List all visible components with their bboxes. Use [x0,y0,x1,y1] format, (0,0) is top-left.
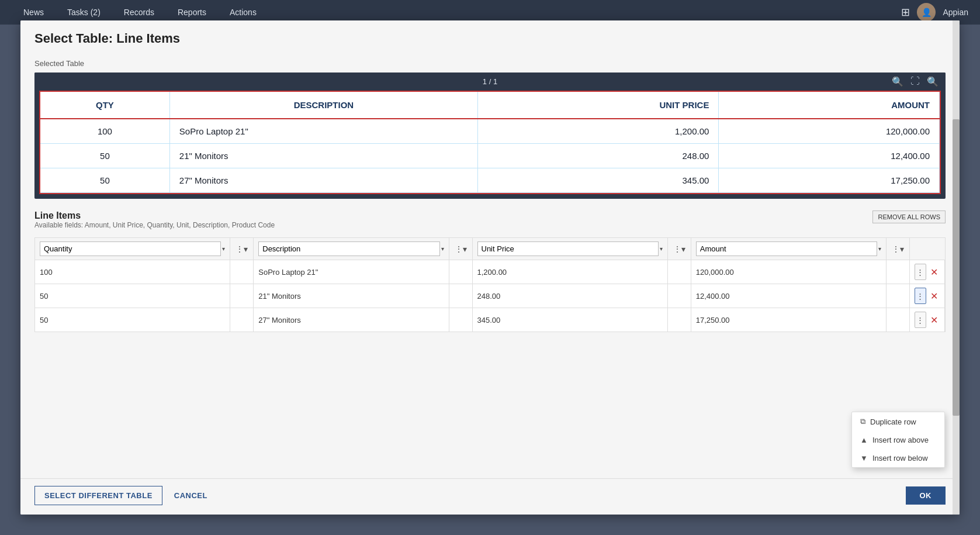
ok-button[interactable]: OK [906,486,946,505]
modal-dialog: Select Table: Line Items Selected Table … [20,20,960,515]
cell-desc-3 [254,308,449,332]
input-qty-2[interactable] [40,292,225,301]
input-qty-1[interactable] [40,268,225,277]
preview-col-amount: AMOUNT [719,92,940,119]
line-items-title: Line Items [34,210,275,221]
remove-all-rows-button[interactable]: REMOVE ALL ROWS [872,210,946,223]
input-price-1[interactable] [477,268,663,277]
table-preview-header: 1 / 1 🔍 ⛶ 🔍 [34,73,946,91]
col-header-qty: Quantity ▾ [35,238,230,260]
col-header-price: Unit Price ▾ [473,238,668,260]
cell-qty-1 [35,260,230,284]
input-amount-1[interactable] [696,268,881,277]
table-preview: 1 / 1 🔍 ⛶ 🔍 QTY DESCRIPTION UNIT PRICE A… [34,73,946,199]
table-row: 50 27" Monitors 345.00 17,250.00 [40,168,940,193]
row-delete-button-1[interactable]: ✕ [929,264,940,280]
row-delete-button-3[interactable]: ✕ [929,312,940,328]
cell-config-2a [230,284,254,308]
input-qty-3[interactable] [40,316,225,325]
col-config-btn-amount[interactable]: ⋮▾ [886,238,910,260]
line-items-grid: Quantity ▾ ⋮▾ Description ▾ ⋮▾ Unit Pric… [34,237,946,332]
row-options-button-3[interactable]: ⋮ [915,312,926,328]
row-options-button-1[interactable]: ⋮ [915,264,926,280]
grid-icon[interactable]: ⊞ [901,6,910,19]
modal-scrollbar[interactable] [953,20,960,515]
col-dropdown-arrow-price: ▾ [660,246,663,252]
col-dropdown-arrow-desc: ▾ [441,246,444,252]
preview-cell-desc-2: 21" Monitors [169,144,477,168]
cell-desc-2 [254,284,449,308]
preview-cell-qty-3: 50 [40,168,169,193]
col-select-desc[interactable]: Description [258,241,439,256]
select-different-table-button[interactable]: SELECT DIFFERENT TABLE [34,486,162,505]
context-menu: ⧉ Duplicate row ▲ Insert row above ▼ Ins… [851,412,945,468]
appian-label: Appian [943,8,968,17]
cell-config-2d [886,284,910,308]
context-menu-insert-below[interactable]: ▼ Insert row below [852,449,944,467]
preview-cell-qty-1: 100 [40,119,169,144]
col-config-btn-desc[interactable]: ⋮▾ [449,238,473,260]
row-options-button-2[interactable]: ⋮ [915,288,926,304]
nav-right: ⊞ 👤 Appian [901,3,968,22]
col-select-price[interactable]: Unit Price [477,241,659,256]
table-row: 100 SoPro Laptop 21" 1,200.00 120,000.00 [40,119,940,144]
input-price-3[interactable] [477,316,663,325]
grid-row-3: ⋮ ✕ [35,308,945,332]
cell-config-2c [668,284,691,308]
preview-cell-price-3: 345.00 [478,168,719,193]
cell-actions-3: ⋮ ✕ [910,308,945,332]
table-row: 50 21" Monitors 248.00 12,400.00 [40,144,940,168]
cell-price-1 [473,260,668,284]
input-amount-3[interactable] [696,316,881,325]
cancel-button[interactable]: CANCEL [169,486,212,505]
zoom-out-icon[interactable]: 🔍 [892,76,903,87]
input-amount-2[interactable] [696,292,881,301]
grid-header-row: Quantity ▾ ⋮▾ Description ▾ ⋮▾ Unit Pric… [35,238,945,260]
modal-footer: SELECT DIFFERENT TABLE CANCEL OK [20,478,960,515]
col-config-btn-qty[interactable]: ⋮▾ [230,238,254,260]
table-preview-content: QTY DESCRIPTION UNIT PRICE AMOUNT 100 So… [39,91,941,194]
context-menu-insert-above[interactable]: ▲ Insert row above [852,431,944,449]
pagination-label: 1 / 1 [483,77,497,86]
preview-col-qty: QTY [40,92,169,119]
preview-cell-amount-2: 12,400.00 [719,144,940,168]
col-dropdown-arrow-amount: ▾ [878,246,881,252]
cell-config-1a [230,260,254,284]
line-items-title-block: Line Items Available fields: Amount, Uni… [34,210,275,235]
preview-cell-amount-3: 17,250.00 [719,168,940,193]
avatar[interactable]: 👤 [917,3,936,22]
cell-amount-3 [691,308,886,332]
selected-table-label: Selected Table [34,59,946,68]
input-desc-1[interactable] [258,268,444,277]
scroll-thumb [953,119,960,416]
row-delete-button-2[interactable]: ✕ [929,288,940,304]
input-desc-2[interactable] [258,292,444,301]
cell-config-2b [449,284,473,308]
zoom-in-icon[interactable]: 🔍 [927,76,939,87]
cell-amount-2 [691,284,886,308]
grid-row-2: ⋮ ✕ [35,284,945,308]
input-price-2[interactable] [477,292,663,301]
col-select-amount[interactable]: Amount [696,241,877,256]
cell-amount-1 [691,260,886,284]
expand-icon[interactable]: ⛶ [910,76,920,87]
input-desc-3[interactable] [258,316,444,325]
preview-col-desc: DESCRIPTION [169,92,477,119]
context-menu-duplicate-label: Duplicate row [870,417,916,426]
preview-cell-qty-2: 50 [40,144,169,168]
col-spacer [910,238,945,260]
context-menu-duplicate[interactable]: ⧉ Duplicate row [852,412,944,431]
cell-actions-1: ⋮ ✕ [910,260,945,284]
cell-qty-3 [35,308,230,332]
insert-below-icon: ▼ [860,454,868,462]
context-menu-insert-below-label: Insert row below [872,454,928,462]
preview-cell-price-1: 1,200.00 [478,119,719,144]
cell-config-3d [886,308,910,332]
col-dropdown-arrow-qty: ▾ [222,246,225,252]
col-select-qty[interactable]: Quantity [40,241,221,256]
insert-above-icon: ▲ [860,436,868,444]
col-config-btn-price[interactable]: ⋮▾ [668,238,691,260]
cell-actions-2: ⋮ ✕ [910,284,945,308]
context-menu-insert-above-label: Insert row above [872,436,929,444]
preview-controls: 🔍 ⛶ 🔍 [892,76,939,87]
